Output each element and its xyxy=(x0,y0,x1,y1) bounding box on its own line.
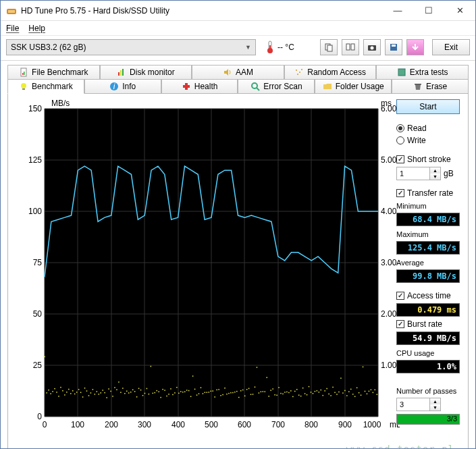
menu-file[interactable]: File xyxy=(6,24,19,33)
svg-text:700: 700 xyxy=(271,420,285,429)
tab-extra-tests[interactable]: Extra tests xyxy=(376,65,469,80)
short-stroke-input[interactable] xyxy=(396,167,430,180)
svg-rect-129 xyxy=(149,394,150,395)
maximize-button[interactable]: ☐ xyxy=(413,1,444,21)
passes-input[interactable] xyxy=(396,398,430,411)
svg-rect-84 xyxy=(58,396,59,397)
extra-icon xyxy=(397,68,406,77)
radio-write[interactable]: Write xyxy=(396,136,460,145)
svg-rect-174 xyxy=(238,397,240,398)
passes-progress: 3/3 xyxy=(396,414,460,425)
toolbar: SSK USB3.2 (62 gB) ▼ -- °C Exit xyxy=(1,36,475,59)
svg-text:100: 100 xyxy=(28,207,42,216)
svg-rect-172 xyxy=(234,392,236,393)
svg-rect-88 xyxy=(66,392,68,393)
short-stroke-spinner[interactable]: ▲▼ xyxy=(396,167,441,180)
tab-erase[interactable]: Erase xyxy=(392,79,469,94)
start-button[interactable]: Start xyxy=(396,99,460,114)
svg-rect-214 xyxy=(319,392,320,393)
svg-rect-206 xyxy=(302,388,304,389)
svg-text:1000: 1000 xyxy=(363,420,381,429)
svg-rect-221 xyxy=(332,387,334,388)
svg-rect-227 xyxy=(344,390,346,392)
svg-rect-160 xyxy=(211,391,212,392)
svg-rect-127 xyxy=(144,393,146,394)
tab-disk-monitor[interactable]: Disk monitor xyxy=(100,65,192,80)
svg-rect-216 xyxy=(322,395,323,396)
svg-rect-234 xyxy=(359,392,360,394)
check-burst-rate[interactable]: Burst rate xyxy=(396,319,460,329)
svg-rect-86 xyxy=(62,390,63,392)
svg-rect-235 xyxy=(361,395,362,396)
close-button[interactable]: ✕ xyxy=(444,1,475,21)
minimize-button[interactable]: — xyxy=(382,1,413,21)
svg-rect-89 xyxy=(68,389,70,390)
check-access-time[interactable]: Access time xyxy=(396,291,460,300)
svg-rect-223 xyxy=(336,394,338,395)
app-icon xyxy=(6,5,17,16)
svg-rect-237 xyxy=(365,391,366,392)
svg-rect-220 xyxy=(330,395,332,396)
svg-rect-187 xyxy=(265,391,266,392)
svg-rect-164 xyxy=(218,389,219,390)
copy-button[interactable] xyxy=(320,39,338,55)
svg-rect-97 xyxy=(84,388,86,389)
magnify-icon xyxy=(250,82,260,91)
tab-error-scan[interactable]: Error Scan xyxy=(238,79,315,94)
svg-text:400: 400 xyxy=(171,420,185,429)
svg-rect-229 xyxy=(348,391,350,392)
tab-folder-usage[interactable]: Folder Usage xyxy=(315,79,392,94)
tab-random-access[interactable]: Random Access xyxy=(284,65,377,80)
svg-rect-133 xyxy=(156,390,157,392)
check-transfer-rate[interactable]: Transfer rate xyxy=(396,188,460,198)
svg-point-22 xyxy=(301,69,302,70)
svg-rect-146 xyxy=(182,392,184,393)
svg-rect-106 xyxy=(102,390,103,391)
tab-aam[interactable]: AAM xyxy=(192,65,284,80)
checkbox-icon xyxy=(396,320,404,328)
svg-rect-150 xyxy=(190,396,192,398)
svg-rect-225 xyxy=(340,377,342,379)
tab-benchmark[interactable]: Benchmark xyxy=(7,79,84,94)
svg-rect-80 xyxy=(50,393,51,394)
info-icon: i xyxy=(109,82,119,91)
save-button[interactable] xyxy=(385,39,402,55)
tab-info[interactable]: iInfo xyxy=(84,79,161,94)
svg-rect-130 xyxy=(151,366,152,367)
svg-rect-218 xyxy=(326,388,327,390)
svg-rect-195 xyxy=(280,393,282,394)
exit-button[interactable]: Exit xyxy=(432,39,470,55)
titlebar: HD Tune Pro 5.75 - Hard Disk/SSD Utility… xyxy=(1,1,475,21)
svg-rect-166 xyxy=(222,394,223,396)
svg-rect-168 xyxy=(226,394,228,395)
svg-rect-162 xyxy=(214,396,215,398)
menu-help[interactable]: Help xyxy=(28,24,45,33)
svg-rect-170 xyxy=(230,392,232,394)
svg-rect-99 xyxy=(88,395,90,396)
svg-rect-128 xyxy=(147,388,148,390)
svg-rect-118 xyxy=(126,391,128,392)
health-icon xyxy=(182,82,191,91)
svg-rect-119 xyxy=(128,392,130,394)
radio-read[interactable]: Read xyxy=(396,124,460,133)
monitor-icon xyxy=(117,68,126,77)
check-short-stroke[interactable]: Short stroke xyxy=(396,155,460,164)
svg-rect-108 xyxy=(106,397,107,398)
svg-rect-87 xyxy=(64,394,65,396)
svg-rect-219 xyxy=(328,394,329,395)
copy-all-button[interactable] xyxy=(342,39,359,55)
tab-health[interactable]: Health xyxy=(161,79,238,94)
svg-text:50: 50 xyxy=(33,309,43,319)
svg-rect-188 xyxy=(267,377,268,378)
svg-rect-154 xyxy=(199,393,200,394)
svg-text:2.00: 2.00 xyxy=(381,309,397,319)
device-select[interactable]: SSK USB3.2 (62 gB) ▼ xyxy=(6,39,256,55)
options-button[interactable] xyxy=(406,39,424,55)
svg-rect-132 xyxy=(155,392,156,394)
svg-rect-184 xyxy=(259,392,260,394)
svg-rect-197 xyxy=(284,392,286,393)
screenshot-button[interactable] xyxy=(363,39,381,55)
tab-file-benchmark[interactable]: File Benchmark xyxy=(7,65,100,80)
passes-spinner[interactable]: ▲▼ xyxy=(396,398,460,411)
svg-rect-191 xyxy=(272,388,273,390)
